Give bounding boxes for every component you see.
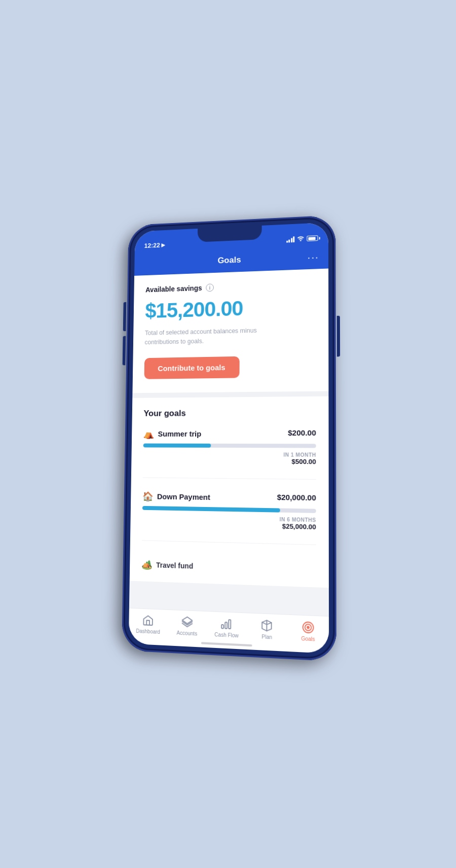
nav-label-cashflow: Cash Flow — [214, 632, 239, 639]
savings-amount: $15,200.00 — [145, 294, 316, 323]
goal-name-summer: Summer trip — [158, 429, 202, 438]
header-title: Goals — [217, 255, 241, 266]
savings-description: Total of selected account balances minus… — [144, 326, 262, 347]
savings-label-row: Available savings i — [145, 280, 316, 294]
time-display: 12:22 — [144, 241, 160, 249]
progress-track-summer — [143, 443, 316, 448]
contribute-to-goals-button[interactable]: Contribute to goals — [144, 356, 240, 379]
savings-section: Available savings i $15,200.00 Total of … — [132, 269, 328, 393]
info-icon[interactable]: i — [206, 283, 214, 292]
svg-rect-1 — [221, 625, 223, 628]
goal-header: ⛺ Summer trip $200.00 — [143, 428, 316, 439]
plan-icon — [260, 619, 273, 632]
wifi-icon — [297, 235, 304, 242]
goal-meta-summer: IN 1 MONTH $500.00 — [143, 451, 316, 465]
goal-name-row: ⛺ Summer trip — [143, 428, 201, 440]
battery-fill — [308, 237, 316, 240]
goal-amount-summer: $200.00 — [288, 428, 316, 437]
goal-name-dp: Down Payment — [157, 492, 210, 502]
goal-meta-dp: IN 6 MONTHS $25,000.00 — [142, 514, 316, 530]
goal-emoji-summer: ⛺ — [143, 428, 154, 440]
goal-name-row-dp: 🏠 Down Payment — [142, 491, 210, 503]
status-time: 12:22 ▶ — [144, 241, 166, 249]
goal-partial: 🏕️ Travel fund — [141, 554, 316, 575]
goal-timeline-summer: IN 1 MONTH — [283, 452, 316, 458]
phone-wrapper: 12:22 ▶ — [122, 215, 336, 662]
more-options-button[interactable]: ··· — [308, 251, 319, 263]
nav-label-plan: Plan — [261, 634, 272, 640]
goals-icon — [301, 621, 314, 634]
nav-item-dashboard[interactable]: Dashboard — [133, 613, 163, 635]
nav-item-goals[interactable]: Goals — [292, 621, 324, 643]
signal-bars-icon — [286, 236, 295, 242]
goals-heading: Your goals — [143, 408, 316, 419]
goals-section: Your goals ⛺ Summer trip $200.00 — [130, 396, 329, 588]
progress-fill-summer — [143, 443, 211, 447]
main-content: Available savings i $15,200.00 Total of … — [129, 269, 329, 616]
bottom-nav: Dashboard Accounts — [129, 608, 329, 654]
goal-target-dp: $25,000.00 — [282, 522, 316, 531]
progress-fill-dp — [142, 505, 280, 512]
goal-item-summer-trip[interactable]: ⛺ Summer trip $200.00 IN 1 MONTH $500.00 — [143, 428, 316, 479]
nav-label-dashboard: Dashboard — [136, 628, 160, 635]
notch — [198, 226, 262, 242]
nav-label-goals: Goals — [301, 636, 315, 642]
nav-item-accounts[interactable]: Accounts — [172, 616, 202, 637]
location-icon: ▶ — [162, 242, 166, 248]
goal-target-summer: $500.00 — [291, 457, 316, 465]
nav-item-cashflow[interactable]: Cash Flow — [211, 617, 242, 639]
goal-amount-dp: $20,000.00 — [277, 492, 316, 502]
dashboard-icon — [142, 614, 155, 627]
goal-item-down-payment[interactable]: 🏠 Down Payment $20,000.00 IN 6 MONTHS $2… — [142, 491, 316, 545]
phone-screen: 12:22 ▶ — [129, 223, 329, 654]
accounts-layers-icon — [181, 616, 193, 629]
svg-point-6 — [307, 626, 309, 628]
battery-icon — [307, 235, 318, 241]
cashflow-icon — [220, 618, 233, 631]
goal-emoji-dp: 🏠 — [142, 491, 153, 502]
phone-frame: 12:22 ▶ — [122, 215, 336, 662]
svg-rect-2 — [225, 622, 227, 629]
savings-label: Available savings — [145, 284, 202, 294]
goal-header-dp: 🏠 Down Payment $20,000.00 — [142, 491, 316, 504]
nav-item-plan[interactable]: Plan — [251, 619, 283, 640]
nav-label-accounts: Accounts — [177, 630, 198, 636]
svg-rect-3 — [229, 620, 231, 629]
status-icons — [286, 234, 318, 243]
progress-track-dp — [142, 505, 316, 513]
